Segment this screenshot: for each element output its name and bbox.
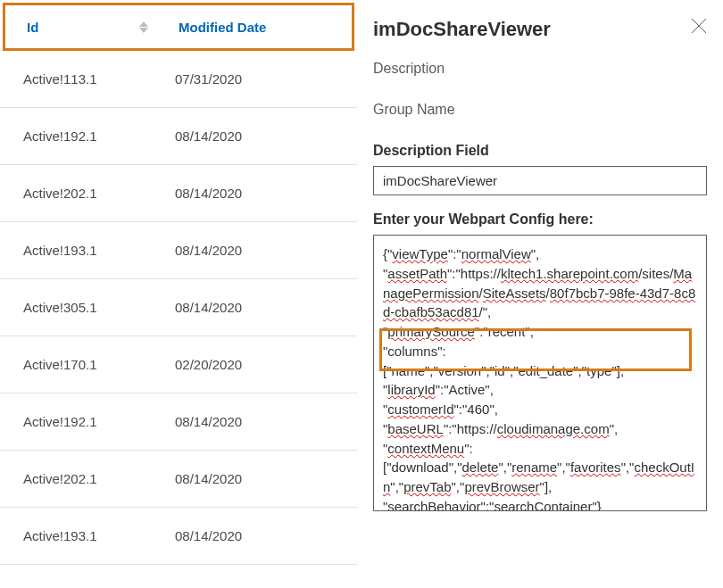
document-table: Id Modified Date Active!113.107/31/2020A… — [0, 0, 357, 588]
cell-date: 08/14/2020 — [175, 128, 357, 144]
panel-title: imDocShareViewer — [373, 18, 707, 41]
table-row[interactable]: Active!113.107/31/2020 — [0, 51, 357, 108]
table-row[interactable]: Active!192.108/14/2020 — [0, 108, 357, 165]
cell-id: Active!202.1 — [23, 186, 175, 201]
cell-id: Active!305.1 — [23, 300, 175, 315]
column-header-id-label: Id — [27, 20, 38, 35]
column-header-modified-label: Modified Date — [179, 20, 266, 35]
cell-id: Active!193.1 — [23, 243, 175, 258]
table-row[interactable]: Active!193.108/14/2020 — [0, 222, 357, 279]
cell-date: 08/14/2020 — [175, 243, 357, 258]
description-label: Description — [373, 61, 707, 77]
close-icon[interactable] — [691, 18, 707, 37]
table-body: Active!113.107/31/2020Active!192.108/14/… — [0, 51, 357, 588]
cell-date: 08/14/2020 — [175, 414, 357, 429]
cell-id: Active!192.1 — [23, 128, 175, 144]
config-text: {"viewType":"normalView", "assetPath":"h… — [383, 244, 697, 511]
table-row[interactable]: Active!202.108/14/2020 — [0, 451, 357, 508]
svg-marker-0 — [139, 21, 148, 27]
table-header-row: Id Modified Date — [3, 3, 354, 51]
sort-icon[interactable] — [139, 21, 148, 33]
cell-date: 08/14/2020 — [175, 528, 357, 543]
column-header-modified[interactable]: Modified Date — [157, 20, 352, 35]
cell-date: 08/14/2020 — [175, 471, 357, 486]
cell-date: 07/31/2020 — [175, 71, 357, 87]
table-row[interactable]: Active!202.108/14/2020 — [0, 165, 357, 222]
cell-date: 08/14/2020 — [175, 300, 357, 315]
properties-panel: imDocShareViewer Description Group Name … — [357, 0, 723, 588]
svg-marker-1 — [139, 28, 148, 33]
table-row[interactable]: Active!193.108/14/2020 — [0, 508, 357, 565]
cell-date: 02/20/2020 — [175, 357, 357, 372]
table-row[interactable]: Active!305.108/14/2020 — [0, 565, 357, 588]
cell-id: Active!192.1 — [23, 414, 175, 429]
table-row[interactable]: Active!305.108/14/2020 — [0, 279, 357, 336]
group-name-label: Group Name — [373, 102, 707, 118]
table-row[interactable]: Active!170.102/20/2020 — [0, 336, 357, 393]
config-label: Enter your Webpart Config here: — [373, 211, 707, 228]
table-row[interactable]: Active!192.108/14/2020 — [0, 393, 357, 451]
description-field-input[interactable] — [373, 166, 707, 195]
cell-date: 08/14/2020 — [175, 186, 357, 201]
cell-id: Active!193.1 — [23, 528, 175, 543]
cell-id: Active!113.1 — [23, 71, 175, 87]
description-field-label: Description Field — [373, 143, 707, 159]
cell-id: Active!170.1 — [23, 357, 175, 372]
column-header-id[interactable]: Id — [5, 20, 157, 35]
cell-id: Active!202.1 — [23, 471, 175, 486]
webpart-config-textarea[interactable]: {"viewType":"normalView", "assetPath":"h… — [373, 235, 707, 511]
